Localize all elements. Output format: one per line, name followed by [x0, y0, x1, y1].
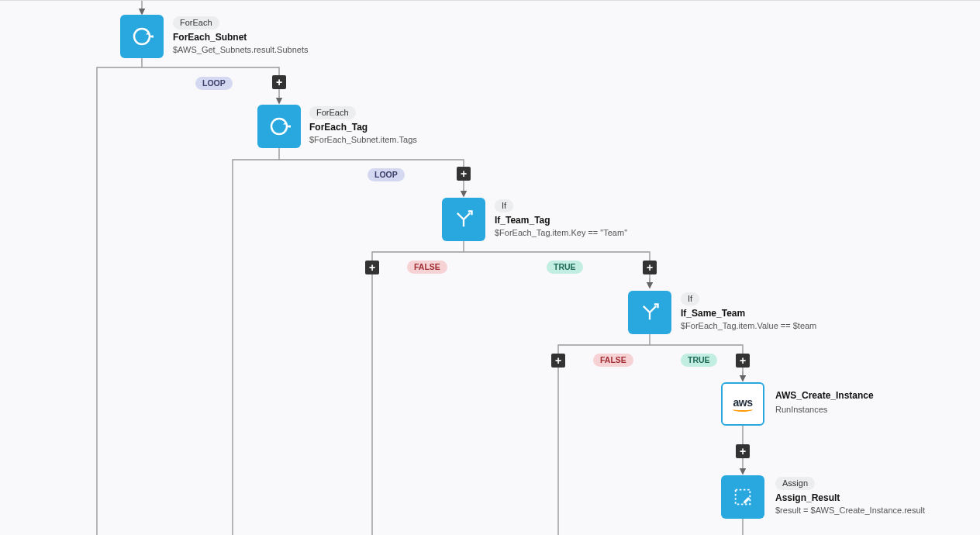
workflow-canvas[interactable]: ForEach ForEach_Subnet $AWS_Get_Subnets.… — [0, 1, 980, 535]
loop-badge-1: LOOP — [195, 77, 233, 90]
label-if-same-team: If If_Same_Team $ForEach_Tag.item.Value … — [681, 292, 816, 330]
branch-icon — [639, 302, 661, 323]
label-foreach-subnet: ForEach ForEach_Subnet $AWS_Get_Subnets.… — [173, 16, 308, 54]
add-step-button[interactable]: + — [643, 261, 657, 274]
loop-icon — [130, 25, 154, 48]
node-foreach-subnet[interactable] — [120, 15, 164, 58]
label-assign-result: Assign Assign_Result $result = $AWS_Crea… — [775, 477, 925, 515]
svg-point-0 — [134, 29, 150, 44]
connectors — [0, 1, 980, 535]
true-badge: TRUE — [547, 261, 583, 274]
add-step-button[interactable]: + — [457, 167, 471, 181]
svg-rect-4 — [736, 490, 751, 505]
node-aws-create-instance[interactable]: aws — [721, 382, 764, 426]
node-foreach-tag[interactable] — [257, 105, 301, 148]
label-foreach-tag: ForEach ForEach_Tag $ForEach_Subnet.item… — [309, 106, 417, 144]
svg-point-2 — [271, 119, 287, 134]
label-if-team-tag: If If_Team_Tag $ForEach_Tag.item.Key == … — [495, 199, 627, 237]
add-step-button[interactable]: + — [365, 261, 379, 274]
loop-icon — [267, 115, 291, 138]
false-badge: FALSE — [407, 261, 447, 274]
aws-icon: aws — [733, 396, 753, 412]
label-aws-create-instance: AWS_Create_Instance RunInstances — [775, 390, 874, 414]
loop-badge-2: LOOP — [368, 168, 405, 181]
node-assign-result[interactable] — [721, 475, 764, 519]
add-step-button[interactable]: + — [551, 354, 565, 368]
node-if-team-tag[interactable] — [442, 198, 485, 241]
false-badge: FALSE — [593, 354, 633, 367]
assign-icon — [732, 486, 754, 508]
add-step-button[interactable]: + — [736, 354, 750, 368]
add-step-button[interactable]: + — [736, 444, 750, 458]
add-step-button[interactable]: + — [272, 75, 286, 89]
branch-icon — [453, 209, 474, 230]
node-if-same-team[interactable] — [628, 291, 671, 334]
true-badge: TRUE — [681, 354, 717, 367]
